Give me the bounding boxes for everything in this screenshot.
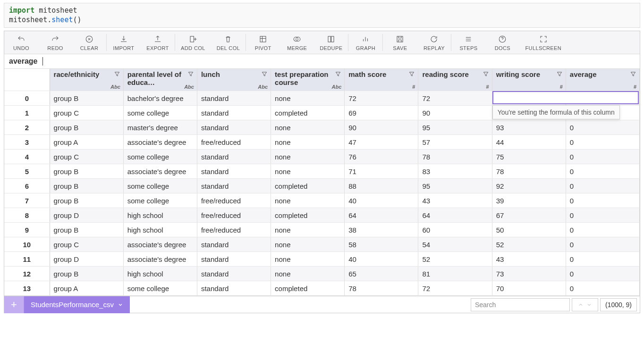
sheet-tab[interactable]: StudentsPerformance_csv [24,296,130,313]
row-index[interactable]: 1 [4,106,50,120]
cell[interactable]: bachelor's degree [123,91,197,106]
column-header[interactable]: race/ethnicityAbc [50,69,123,91]
row-index[interactable]: 11 [4,252,50,267]
cell[interactable]: standard [197,252,271,267]
cell[interactable]: free/reduced [197,193,271,208]
cell[interactable]: group A [50,135,123,150]
cell[interactable]: some college [123,150,197,164]
cell[interactable]: 73 [492,267,566,281]
cell[interactable]: none [271,223,345,237]
cell[interactable]: 54 [418,237,492,252]
cell[interactable]: 39 [492,193,566,208]
add-col-button[interactable]: ADD COL [175,31,211,54]
pivot-button[interactable]: PIVOT [246,31,280,54]
filter-icon[interactable] [556,71,563,79]
cell[interactable]: group B [50,164,123,179]
save-button[interactable]: SAVE [383,31,417,54]
cell[interactable]: 47 [345,135,418,150]
add-sheet-button[interactable]: + [4,296,24,313]
cell[interactable]: 57 [418,135,492,150]
spreadsheet-grid[interactable]: race/ethnicityAbcparental level of educa… [4,69,640,296]
cell[interactable]: associate's degree [123,237,197,252]
code-cell[interactable]: import mitosheet mitosheet.sheet() [4,3,640,28]
filter-icon[interactable] [261,71,268,79]
cell[interactable]: 0 [566,135,639,150]
cell[interactable]: 78 [418,150,492,164]
cell[interactable]: 50 [492,223,566,237]
search-nav-arrows[interactable] [572,298,598,311]
cell[interactable]: 43 [418,193,492,208]
cell[interactable]: 88 [345,179,418,193]
clear-button[interactable]: CLEAR [72,31,106,54]
cell[interactable]: some college [123,179,197,193]
cell[interactable]: group B [50,193,123,208]
cell[interactable]: some college [123,281,197,296]
row-index[interactable]: 8 [4,208,50,223]
search-input[interactable]: Search [471,298,570,311]
cell[interactable]: free/reduced [197,208,271,223]
cell[interactable]: group C [50,150,123,164]
cell[interactable]: 67 [492,208,566,223]
del-col-button[interactable]: DEL COL [211,31,246,54]
cell[interactable]: 78 [492,164,566,179]
cell[interactable]: standard [197,106,271,120]
dedupe-button[interactable]: DEDUPE [314,31,348,54]
cell[interactable]: group C [50,237,123,252]
cell[interactable]: 70 [492,281,566,296]
cell[interactable]: 0 [566,164,639,179]
replay-button[interactable]: REPLAY [417,31,451,54]
cell[interactable]: standard [197,91,271,106]
row-index[interactable]: 6 [4,179,50,193]
row-index[interactable]: 2 [4,120,50,135]
cell[interactable]: 71 [345,164,418,179]
cell[interactable]: 65 [345,267,418,281]
cell[interactable]: completed [271,281,345,296]
cell[interactable]: 69 [345,106,418,120]
column-header[interactable]: writing score [492,69,566,91]
cell[interactable]: 72 [418,281,492,296]
filter-icon[interactable] [187,71,194,79]
cell[interactable]: group B [50,179,123,193]
cell[interactable]: 38 [345,223,418,237]
docs-button[interactable]: DOCS [485,31,519,54]
cell[interactable]: 75 [492,150,566,164]
cell[interactable]: group B [50,120,123,135]
redo-button[interactable]: REDO [38,31,72,54]
column-header[interactable]: parental level of educa…Abc [123,69,197,91]
cell[interactable]: 0 [566,150,639,164]
filter-icon[interactable] [483,71,489,79]
cell[interactable]: 40 [345,193,418,208]
cell[interactable]: none [271,91,345,106]
cell[interactable]: 64 [418,208,492,223]
cell[interactable]: none [271,120,345,135]
cell[interactable]: group B [50,223,123,237]
cell[interactable]: standard [197,281,271,296]
row-index[interactable]: 10 [4,237,50,252]
row-index[interactable]: 12 [4,267,50,281]
cell[interactable]: none [271,267,345,281]
cell-formula-input[interactable] [492,91,639,104]
cell[interactable]: 83 [418,164,492,179]
filter-icon[interactable] [630,71,636,79]
cell[interactable]: 72 [345,91,418,106]
cell[interactable]: 76 [345,150,418,164]
filter-icon[interactable] [335,71,341,79]
export-button[interactable]: EXPORT [141,31,175,54]
cell[interactable]: group C [50,106,123,120]
cell[interactable]: 0 [566,237,639,252]
row-index[interactable]: 5 [4,164,50,179]
cell[interactable]: 0 [566,193,639,208]
cell[interactable]: 90 [345,120,418,135]
cell[interactable]: associate's degree [123,164,197,179]
cell[interactable]: 72 [418,91,492,106]
cell[interactable]: 92 [492,179,566,193]
row-index[interactable]: 3 [4,135,50,150]
cell[interactable]: You're setting the formula of this colum… [492,91,566,106]
cell[interactable]: standard [197,237,271,252]
cell[interactable]: none [271,164,345,179]
import-button[interactable]: IMPORT [107,31,141,54]
cell[interactable]: high school [123,267,197,281]
filter-icon[interactable] [408,71,415,79]
cell[interactable]: 93 [492,120,566,135]
cell[interactable]: group D [50,252,123,267]
